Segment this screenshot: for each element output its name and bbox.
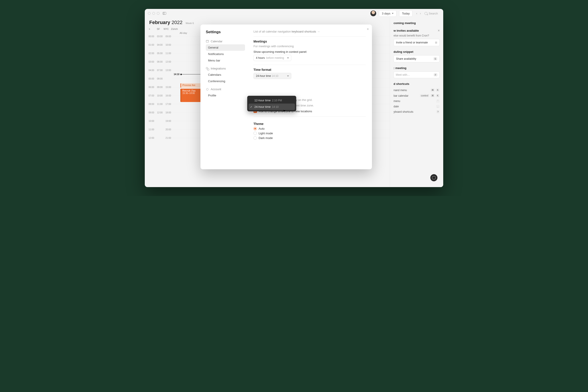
upcoming-meeting-title: coming meeting (394, 22, 440, 25)
dropdown-option-12h[interactable]: 12-hour time 2:10 PM (248, 97, 295, 104)
meetings-section-title: Meetings (254, 40, 366, 43)
keyboard-shortcuts-link[interactable]: keyboard shortcuts (292, 30, 316, 33)
search-input[interactable]: Search (424, 12, 438, 15)
allday-label: All-day (174, 31, 187, 35)
settings-item-conferencing[interactable]: Conferencing (206, 78, 245, 84)
user-icon (206, 88, 208, 90)
theme-section-title: Theme (254, 122, 366, 126)
add-timezone-button[interactable]: + (148, 27, 151, 31)
shortcuts-title: d shortcuts (394, 82, 440, 86)
nav-arrows: ‹ › (415, 11, 422, 16)
today-button[interactable]: Today (399, 10, 413, 17)
upcoming-hours-select[interactable]: 4 hours before meeting (254, 55, 291, 61)
meetings-subtitle: For meetings with conferencing (254, 44, 366, 48)
settings-sidebar: Settings Calendar General Notifications … (200, 24, 247, 169)
shortcut-row[interactable]: bar calendarcontrol⌘K (394, 93, 440, 98)
calendar-icon (206, 40, 209, 42)
tz-col[interactable]: SF (152, 28, 160, 30)
prev-arrow[interactable]: ‹ (415, 11, 418, 16)
window-controls[interactable] (148, 12, 160, 15)
gift-icon: ⊞ (435, 41, 437, 44)
titlebar: 3 days Today ‹ › Search (145, 9, 443, 18)
snippet-title: duling snippet (394, 50, 440, 54)
settings-title: Settings (206, 30, 245, 34)
dropdown-option-24h[interactable]: ✓ 24-hour time 14:10 (248, 104, 295, 110)
avatar[interactable] (370, 10, 376, 16)
chevron-down-icon (287, 76, 289, 76)
tz-col[interactable]: NYC (161, 28, 169, 30)
radio-icon (254, 136, 257, 140)
minimize-dot[interactable] (152, 12, 155, 15)
next-arrow[interactable]: › (419, 11, 422, 16)
days-range-label: 3 days (382, 12, 390, 15)
context-panel: coming meeting w invites available × els… (390, 18, 443, 187)
settings-item-general[interactable]: General (206, 44, 245, 51)
shortcut-row[interactable]: menu` (394, 98, 440, 104)
tz-col[interactable]: Zürich (170, 28, 178, 30)
shortcut-row[interactable]: nand menu⌘K (394, 87, 440, 93)
shortcut-row[interactable]: date. (394, 104, 440, 109)
close-dot[interactable] (148, 12, 150, 15)
close-icon[interactable]: × (367, 27, 369, 31)
settings-item-profile[interactable]: Profile (206, 92, 245, 99)
theme-option-auto[interactable]: Auto (254, 127, 366, 130)
shortcut-row[interactable]: yboard shortcuts? (394, 109, 440, 114)
settings-group-calendar: Calendar (206, 40, 245, 43)
keyboard-shortcuts-hint: List of all calendar navigation keyboard… (254, 30, 366, 36)
zoom-dot[interactable] (157, 12, 160, 15)
theme-option-dark[interactable]: Dark mode (254, 136, 366, 140)
arrow-right-icon: → (317, 30, 320, 33)
invite-button[interactable]: Invite a friend or teammate ⊞ (394, 39, 440, 46)
app-window: 3 days Today ‹ › Search February 2022 We… (145, 9, 443, 187)
timeformat-select[interactable]: 24-hour time 14:10 (254, 73, 291, 79)
integrations-icon (206, 67, 209, 70)
chevron-down-icon (287, 58, 289, 58)
show-upcoming-label: Show upcoming meeting in context panel: (254, 50, 366, 54)
week-label: Week 6 (186, 22, 194, 24)
invite-prompt: else would benefit from Cron? (394, 34, 440, 37)
theme-option-light[interactable]: Light mode (254, 132, 366, 135)
meet-with-input[interactable]: Meet with… F (394, 72, 440, 78)
invites-title: w invites available (394, 29, 419, 32)
settings-item-notifications[interactable]: Notifications (206, 51, 245, 57)
meeting-title: : meeting (394, 66, 440, 70)
check-icon: ✓ (250, 105, 252, 108)
close-icon[interactable]: × (438, 29, 440, 32)
days-range-select[interactable]: 3 days (379, 10, 396, 17)
timeformat-section-title: Time format (254, 68, 366, 72)
search-icon (424, 12, 428, 15)
chevron-down-icon (392, 13, 394, 14)
settings-item-menubar[interactable]: Menu bar (206, 57, 245, 64)
settings-group-integrations: Integrations (206, 67, 245, 70)
timeformat-dropdown: 12-hour time 2:10 PM ✓ 24-hour time 14:1… (247, 96, 296, 111)
share-availability-button[interactable]: Share availability S (394, 55, 440, 62)
radio-icon (254, 132, 257, 135)
help-chat-button[interactable] (430, 174, 438, 181)
radio-selected-icon (254, 127, 257, 130)
settings-item-calendars[interactable]: Calendars (206, 72, 245, 78)
settings-group-account: Account (206, 88, 245, 91)
sidebar-toggle-icon[interactable] (162, 12, 166, 15)
